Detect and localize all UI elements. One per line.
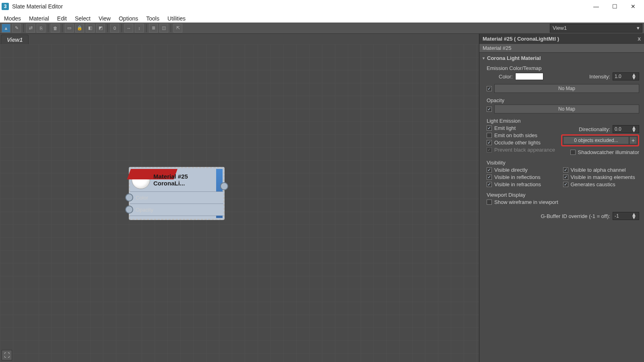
- parameter-panel: Material #25 ( CoronaLightMtl ) x Materi…: [479, 34, 644, 362]
- view-tab[interactable]: View1: [1, 35, 29, 45]
- tool-bg[interactable]: ◧: [86, 24, 95, 33]
- intensity-label: Intensity:: [589, 74, 610, 80]
- titlebar: 3 Slate Material Editor — ☐ ✕: [0, 0, 644, 13]
- tool-list[interactable]: ≣: [149, 24, 158, 33]
- output-socket[interactable]: [220, 182, 228, 190]
- prevent-checkbox: [487, 147, 492, 152]
- tool-lock[interactable]: 🔒: [75, 24, 84, 33]
- rollup-header[interactable]: ▾ Corona Light Material: [479, 53, 644, 64]
- spinner-down-icon[interactable]: ▼: [631, 216, 637, 219]
- directionality-label: Directionality:: [579, 126, 610, 132]
- menu-material[interactable]: Material: [29, 15, 49, 22]
- occlude-label: Occlude other lights: [494, 140, 541, 146]
- close-button[interactable]: ✕: [624, 0, 642, 13]
- workspace: ▲ ✎ ⇄ ⎘ 🗑 ▭ 🔒 ◧ ◩ 0 ↔ ↕ ≣ ◫ ⇱ View1▾ Vie…: [0, 23, 644, 362]
- intensity-spinner[interactable]: ▲▼: [613, 72, 639, 80]
- excluded-add-button[interactable]: +: [629, 136, 637, 144]
- tool-select[interactable]: ▲: [2, 24, 10, 33]
- node-title: Material #25: [153, 173, 188, 180]
- group-light-emission: Light Emission: [487, 118, 639, 124]
- directionality-spinner[interactable]: ▲▼: [613, 125, 639, 133]
- excluded-objects-button[interactable]: 0 objects excluded...: [563, 136, 629, 144]
- gbuffer-input[interactable]: [613, 213, 631, 219]
- menu-utilities[interactable]: Utilities: [167, 15, 186, 22]
- visible-masking-label: Visible in masking elements: [571, 174, 635, 180]
- shadowcatcher-label: Shadowcatcher illuminator: [578, 149, 639, 155]
- collapse-icon: ▾: [483, 56, 485, 60]
- menu-edit[interactable]: Edit: [57, 15, 67, 22]
- node-canvas[interactable]: Material #25 CoronaLi... Color Opacity ⛶: [0, 44, 479, 362]
- view-selector[interactable]: View1▾: [550, 24, 642, 33]
- tool-layout[interactable]: ▭: [65, 24, 74, 33]
- color-label: Color:: [499, 74, 513, 80]
- emit-light-checkbox[interactable]: [487, 125, 492, 131]
- wireframe-checkbox[interactable]: [487, 200, 492, 205]
- tool-checker[interactable]: ◩: [96, 24, 105, 33]
- emission-map-checkbox[interactable]: [487, 86, 492, 91]
- app-icon: 3: [2, 3, 9, 10]
- menu-tools[interactable]: Tools: [146, 15, 159, 22]
- material-name-field[interactable]: Material #25: [479, 43, 644, 53]
- node-header[interactable]: Material #25 CoronaLi...: [130, 168, 223, 191]
- node-input-opacity[interactable]: Opacity: [130, 204, 223, 216]
- generates-caustics-checkbox[interactable]: [563, 182, 568, 187]
- material-node[interactable]: Material #25 CoronaLi... Color Opacity: [129, 167, 225, 220]
- tool-param[interactable]: ◫: [159, 24, 168, 33]
- opacity-map-button[interactable]: No Map: [494, 105, 639, 113]
- tool-zero[interactable]: 0: [110, 24, 119, 33]
- nav-icon[interactable]: ⛶: [2, 350, 12, 360]
- menu-options[interactable]: Options: [119, 15, 138, 22]
- group-viewport: Viewport Display: [487, 192, 639, 198]
- visible-refractions-checkbox[interactable]: [487, 182, 492, 187]
- directionality-input[interactable]: [613, 126, 631, 132]
- menu-select[interactable]: Select: [75, 15, 91, 22]
- tool-getfrom[interactable]: ⎘: [37, 24, 45, 33]
- visible-masking-checkbox[interactable]: [563, 175, 568, 180]
- excluded-highlight: 0 objects excluded... +: [561, 134, 639, 146]
- occlude-checkbox[interactable]: [487, 140, 492, 145]
- tool-delete[interactable]: 🗑: [51, 24, 60, 33]
- view-selector-label: View1: [553, 25, 567, 31]
- wireframe-label: Show wireframe in viewport: [494, 199, 558, 205]
- gbuffer-label: G-Buffer ID override (-1 = off):: [541, 213, 610, 219]
- visible-refractions-label: Visible in refractions: [494, 181, 541, 187]
- toolbar: ▲ ✎ ⇄ ⎘ 🗑 ▭ 🔒 ◧ ◩ 0 ↔ ↕ ≣ ◫ ⇱ View1▾: [0, 23, 644, 34]
- node-input-color[interactable]: Color: [130, 191, 223, 204]
- emission-color-swatch[interactable]: [515, 73, 543, 80]
- prevent-label: Prevent black appearance: [494, 147, 555, 153]
- maximize-button[interactable]: ☐: [605, 0, 624, 13]
- visible-directly-checkbox[interactable]: [487, 167, 492, 173]
- group-emission: Emission Color/Texmap: [487, 65, 639, 71]
- panel-title: Material #25 ( CoronaLightMtl ): [483, 36, 559, 42]
- spinner-down-icon[interactable]: ▼: [631, 76, 637, 80]
- chevron-down-icon: ▾: [637, 25, 640, 31]
- menu-modes[interactable]: Modes: [4, 15, 21, 22]
- opacity-map-checkbox[interactable]: [487, 107, 492, 112]
- shadowcatcher-checkbox[interactable]: [570, 150, 576, 155]
- visible-reflections-checkbox[interactable]: [487, 175, 492, 180]
- node-input-label: Color: [136, 195, 148, 201]
- visible-alpha-label: Visible to alpha channel: [571, 167, 626, 173]
- tool-flowv[interactable]: ↕: [135, 24, 144, 33]
- intensity-input[interactable]: [613, 74, 631, 79]
- input-socket-color[interactable]: [125, 193, 133, 202]
- spinner-down-icon[interactable]: ▼: [631, 129, 637, 132]
- emit-both-label: Emit on both sides: [494, 132, 537, 138]
- generates-caustics-label: Generates caustics: [571, 181, 615, 187]
- visible-alpha-checkbox[interactable]: [563, 167, 568, 173]
- menu-view[interactable]: View: [99, 15, 111, 22]
- panel-close-icon[interactable]: x: [638, 35, 641, 42]
- tool-assign[interactable]: ⇄: [26, 24, 35, 33]
- window-title: Slate Material Editor: [12, 3, 63, 10]
- emit-both-checkbox[interactable]: [487, 133, 492, 138]
- node-input-label: Opacity: [136, 207, 153, 213]
- emission-map-button[interactable]: No Map: [494, 84, 639, 93]
- minimize-button[interactable]: —: [587, 0, 605, 13]
- gbuffer-spinner[interactable]: ▲▼: [613, 212, 639, 220]
- emit-light-label: Emit light: [494, 125, 516, 131]
- input-socket-opacity[interactable]: [125, 206, 133, 214]
- tool-util[interactable]: ⇱: [173, 24, 182, 33]
- tool-sample[interactable]: ✎: [12, 24, 21, 33]
- group-visibility: Visibility: [487, 160, 639, 166]
- tool-flowh[interactable]: ↔: [124, 24, 133, 33]
